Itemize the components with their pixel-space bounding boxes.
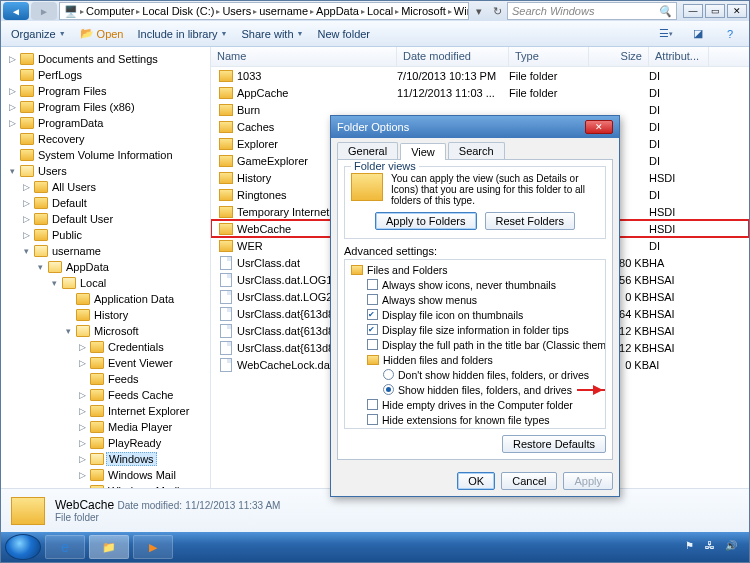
tree-node[interactable]: Application Data bbox=[3, 291, 210, 307]
taskbar-wmp[interactable]: ▶ bbox=[133, 535, 173, 559]
tree-twisty[interactable]: ▾ bbox=[35, 262, 46, 272]
tree-node[interactable]: ▷Documents and Settings bbox=[3, 51, 210, 67]
col-type[interactable]: Type bbox=[509, 47, 589, 66]
open-button[interactable]: 📂 Open bbox=[80, 27, 124, 40]
view-mode-button[interactable]: ☰▾ bbox=[657, 25, 675, 43]
tree-node[interactable]: ▷Windows Mail bbox=[3, 467, 210, 483]
tree-node[interactable]: ▷Program Files bbox=[3, 83, 210, 99]
tree-node[interactable]: System Volume Information bbox=[3, 147, 210, 163]
system-tray[interactable]: ⚑ 🖧 🔊 bbox=[685, 540, 745, 554]
reset-folders-button[interactable]: Reset Folders bbox=[485, 212, 575, 230]
tree-twisty[interactable]: ▾ bbox=[63, 326, 74, 336]
adv-item[interactable]: Display file size information in folder … bbox=[347, 322, 603, 337]
tree-twisty[interactable]: ▷ bbox=[77, 358, 88, 368]
checkbox[interactable] bbox=[367, 279, 378, 290]
tree-node[interactable]: ▷Program Files (x86) bbox=[3, 99, 210, 115]
tree-node[interactable]: ▷Media Player bbox=[3, 419, 210, 435]
file-row[interactable]: 10337/10/2013 10:13 PMFile folderDI bbox=[211, 67, 749, 84]
restore-defaults-button[interactable]: Restore Defaults bbox=[502, 435, 606, 453]
col-date[interactable]: Date modified bbox=[397, 47, 509, 66]
tree-twisty[interactable]: ▷ bbox=[21, 182, 32, 192]
radio[interactable] bbox=[383, 369, 394, 380]
tree-twisty[interactable]: ▷ bbox=[77, 390, 88, 400]
back-button[interactable]: ◄ bbox=[3, 2, 29, 20]
tree-node[interactable]: PerfLogs bbox=[3, 67, 210, 83]
minimize-button[interactable]: — bbox=[683, 4, 703, 18]
tree-twisty[interactable]: ▷ bbox=[7, 86, 18, 96]
tree-twisty[interactable]: ▷ bbox=[77, 342, 88, 352]
cancel-button[interactable]: Cancel bbox=[501, 472, 557, 490]
col-attr[interactable]: Attribut... bbox=[649, 47, 709, 66]
tree-node[interactable]: History bbox=[3, 307, 210, 323]
radio[interactable] bbox=[383, 384, 394, 395]
adv-item[interactable]: Hide extensions for known file types bbox=[347, 412, 603, 427]
checkbox[interactable] bbox=[367, 324, 378, 335]
folder-tree[interactable]: ▷Documents and SettingsPerfLogs▷Program … bbox=[1, 47, 211, 488]
breadcrumb-item[interactable]: username bbox=[259, 5, 308, 17]
breadcrumb[interactable]: 🖥️ ▸ Computer ▸ Local Disk (C:) ▸ Users … bbox=[59, 2, 469, 20]
tree-node[interactable]: ▷Windows bbox=[3, 451, 210, 467]
tree-twisty[interactable]: ▷ bbox=[77, 406, 88, 416]
tree-node[interactable]: ▷PlayReady bbox=[3, 435, 210, 451]
checkbox[interactable] bbox=[367, 294, 378, 305]
taskbar-explorer[interactable]: 📁 bbox=[89, 535, 129, 559]
tree-node[interactable]: ▾Microsoft bbox=[3, 323, 210, 339]
breadcrumb-item[interactable]: Windows bbox=[454, 5, 469, 17]
apply-button[interactable]: Apply bbox=[563, 472, 613, 490]
column-headers[interactable]: Name Date modified Type Size Attribut... bbox=[211, 47, 749, 67]
tree-node[interactable]: ▷All Users bbox=[3, 179, 210, 195]
ok-button[interactable]: OK bbox=[457, 472, 495, 490]
breadcrumb-item[interactable]: Microsoft bbox=[401, 5, 446, 17]
breadcrumb-dropdown[interactable]: ▾ bbox=[471, 5, 487, 18]
tree-node[interactable]: ▷Credentials bbox=[3, 339, 210, 355]
adv-item[interactable]: Always show icons, never thumbnails bbox=[347, 277, 603, 292]
checkbox[interactable] bbox=[367, 399, 378, 410]
dialog-title[interactable]: Folder Options ✕ bbox=[331, 116, 619, 138]
help-button[interactable]: ? bbox=[721, 25, 739, 43]
file-row[interactable]: AppCache11/12/2013 11:03 ...File folderD… bbox=[211, 84, 749, 101]
tree-node[interactable]: ▾Users bbox=[3, 163, 210, 179]
tree-node[interactable]: ▾AppData bbox=[3, 259, 210, 275]
adv-item[interactable]: Don't show hidden files, folders, or dri… bbox=[347, 367, 603, 382]
tree-twisty[interactable]: ▾ bbox=[49, 278, 60, 288]
apply-to-folders-button[interactable]: Apply to Folders bbox=[375, 212, 476, 230]
close-button[interactable]: ✕ bbox=[727, 4, 747, 18]
preview-pane-button[interactable]: ◪ bbox=[689, 25, 707, 43]
refresh-button[interactable]: ↻ bbox=[489, 5, 505, 18]
tree-twisty[interactable]: ▷ bbox=[7, 54, 18, 64]
tree-node[interactable]: ▷Internet Explorer bbox=[3, 403, 210, 419]
maximize-button[interactable]: ▭ bbox=[705, 4, 725, 18]
search-input[interactable]: Search Windows 🔍 bbox=[507, 2, 677, 20]
tree-node[interactable]: ▷Default User bbox=[3, 211, 210, 227]
taskbar-ie[interactable]: e bbox=[45, 535, 85, 559]
breadcrumb-item[interactable]: Local bbox=[367, 5, 393, 17]
breadcrumb-item[interactable]: Local Disk (C:) bbox=[142, 5, 214, 17]
tab-view[interactable]: View bbox=[400, 143, 446, 160]
checkbox[interactable] bbox=[367, 414, 378, 425]
col-size[interactable]: Size bbox=[589, 47, 649, 66]
adv-item[interactable]: Hide empty drives in the Computer folder bbox=[347, 397, 603, 412]
tree-twisty[interactable]: ▷ bbox=[77, 454, 88, 464]
tree-twisty[interactable]: ▷ bbox=[77, 422, 88, 432]
breadcrumb-item[interactable]: Users bbox=[222, 5, 251, 17]
adv-item[interactable]: Always show menus bbox=[347, 292, 603, 307]
share-with-menu[interactable]: Share with▼ bbox=[242, 28, 304, 40]
tree-node[interactable]: ▾username bbox=[3, 243, 210, 259]
adv-item[interactable]: Hide protected operating system files (R… bbox=[347, 427, 603, 429]
tree-twisty[interactable]: ▾ bbox=[21, 246, 32, 256]
tree-twisty[interactable]: ▷ bbox=[21, 214, 32, 224]
start-button[interactable] bbox=[5, 534, 41, 560]
adv-item[interactable]: Display the full path in the title bar (… bbox=[347, 337, 603, 352]
new-folder-button[interactable]: New folder bbox=[317, 28, 370, 40]
tree-twisty[interactable]: ▷ bbox=[77, 470, 88, 480]
tree-twisty[interactable]: ▷ bbox=[21, 198, 32, 208]
breadcrumb-item[interactable]: AppData bbox=[316, 5, 359, 17]
breadcrumb-item[interactable]: Computer bbox=[86, 5, 134, 17]
tree-twisty[interactable]: ▷ bbox=[21, 230, 32, 240]
adv-item[interactable]: Display file icon on thumbnails bbox=[347, 307, 603, 322]
tab-search[interactable]: Search bbox=[448, 142, 505, 159]
organize-menu[interactable]: Organize▼ bbox=[11, 28, 66, 40]
include-library-menu[interactable]: Include in library▼ bbox=[138, 28, 228, 40]
tray-network-icon[interactable]: 🖧 bbox=[705, 540, 719, 554]
checkbox[interactable] bbox=[367, 309, 378, 320]
